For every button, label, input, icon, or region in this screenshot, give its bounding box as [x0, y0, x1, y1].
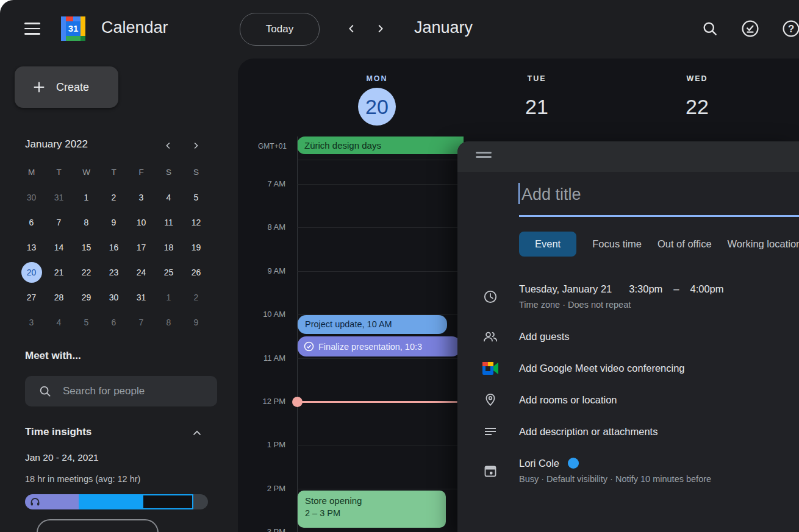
dialog-row[interactable]: Add guests [457, 321, 799, 352]
minical-day[interactable]: 7 [127, 310, 155, 335]
today-button[interactable]: Today [240, 13, 320, 46]
view-title: January [414, 18, 473, 37]
dialog-row[interactable]: Add Google Meet video conferencing [457, 352, 799, 384]
dialog-row[interactable]: Add rooms or location [457, 384, 799, 416]
minical-day[interactable]: 22 [73, 260, 100, 285]
minical-day[interactable]: 19 [182, 235, 210, 260]
check-circle-icon [740, 19, 760, 38]
event-time: 2 – 3 PM [305, 508, 446, 518]
event-creation-dialog: EventFocus timeOut of officeWorking loca… [457, 141, 799, 532]
hour-label: 7 AM [238, 179, 285, 190]
description-icon [482, 424, 498, 439]
tab-working-location[interactable]: Working location [728, 238, 799, 250]
tab-focus-time[interactable]: Focus time [592, 238, 642, 250]
minical-day[interactable]: 6 [18, 210, 45, 235]
minical-day[interactable]: 3 [18, 310, 45, 335]
dialog-row[interactable]: Tuesday, January 213:30pm–4:00pmTime zon… [457, 273, 799, 321]
dialog-drag-bar[interactable] [457, 141, 799, 172]
minical-day[interactable]: 23 [100, 260, 127, 285]
minical-day[interactable]: 12 [182, 210, 210, 235]
progress-segment [193, 494, 208, 509]
event-store-opening[interactable]: Store opening 2 – 3 PM [298, 491, 446, 528]
minical-day-header: M [18, 160, 45, 185]
tab-out-of-office[interactable]: Out of office [657, 238, 712, 250]
row-subtitle: Busy · Default visibility · Notify 10 mi… [519, 471, 711, 487]
start-time[interactable]: 3:30pm [629, 283, 662, 294]
event-detail-rows: Tuesday, January 213:30pm–4:00pmTime zon… [457, 273, 799, 495]
previous-period-button[interactable] [341, 18, 363, 40]
minical-day-header: T [100, 160, 127, 185]
minical-day[interactable]: 1 [73, 185, 100, 210]
title-input-underline [519, 215, 799, 217]
chevron-up-icon [190, 427, 204, 440]
time-insights-collapse-button[interactable] [189, 426, 205, 441]
event-finalize-presentation[interactable]: Finalize presentation, 10:3 [298, 336, 460, 356]
minical-day[interactable]: 5 [182, 185, 210, 210]
dialog-row[interactable]: Lori ColeBusy · Default visibility · Not… [457, 447, 799, 495]
row-subtitle: Time zone · Does not repeat [519, 297, 724, 313]
minical-day[interactable]: 16 [100, 235, 127, 260]
partial-pill-button[interactable] [37, 519, 159, 532]
people-search-box[interactable] [25, 376, 217, 406]
minical-day[interactable]: 4 [155, 185, 182, 210]
minical-day-header: W [73, 160, 100, 185]
minical-day[interactable]: 9 [100, 210, 127, 235]
minical-day[interactable]: 30 [100, 285, 127, 310]
minical-day[interactable]: 2 [100, 185, 127, 210]
minical-day[interactable]: 10 [127, 210, 155, 235]
drag-handle-icon[interactable] [476, 152, 492, 160]
minical-day[interactable]: 15 [73, 235, 100, 260]
minical-day[interactable]: 9 [182, 310, 210, 335]
minical-day[interactable]: 7 [45, 210, 73, 235]
minical-day[interactable]: 31 [127, 285, 155, 310]
minical-next-button[interactable] [188, 138, 203, 153]
people-search-input[interactable] [62, 385, 204, 398]
minical-day[interactable]: 6 [100, 310, 127, 335]
help-button[interactable]: ? [779, 16, 799, 41]
event-title-input[interactable] [520, 180, 785, 208]
minical-day[interactable]: 4 [45, 310, 73, 335]
main-menu-icon[interactable] [24, 23, 40, 35]
minical-day[interactable]: 27 [18, 285, 45, 310]
current-time-dot[interactable] [292, 397, 303, 407]
search-button[interactable] [698, 16, 722, 41]
minical-day[interactable]: 20 [18, 260, 45, 285]
clock-icon [482, 289, 498, 304]
minical-day[interactable]: 13 [18, 235, 45, 260]
minical-day[interactable]: 1 [155, 285, 182, 310]
minical-day[interactable]: 18 [155, 235, 182, 260]
minical-day[interactable]: 26 [182, 260, 210, 285]
tab-event[interactable]: Event [519, 232, 576, 257]
meet-with-title: Meet with... [25, 350, 81, 362]
minical-day[interactable]: 28 [45, 285, 73, 310]
calendar-color-dot[interactable] [568, 458, 579, 469]
row-title: Tuesday, January 21 [519, 283, 612, 294]
event-title: Store opening [305, 495, 446, 506]
minical-day[interactable]: 11 [155, 210, 182, 235]
minical-day[interactable]: 8 [73, 210, 100, 235]
dialog-row[interactable]: Add description or attachments [457, 416, 799, 447]
minical-day[interactable]: 31 [45, 185, 73, 210]
minical-day[interactable]: 25 [155, 260, 182, 285]
time-separator: – [673, 283, 679, 294]
minical-prev-button[interactable] [161, 138, 176, 153]
minical-day[interactable]: 8 [155, 310, 182, 335]
minical-day[interactable]: 24 [127, 260, 155, 285]
minical-day[interactable]: 17 [127, 235, 155, 260]
minical-day[interactable]: 2 [182, 285, 210, 310]
next-period-button[interactable] [369, 18, 391, 40]
minical-selected-day[interactable]: 20 [21, 262, 42, 283]
end-time[interactable]: 4:00pm [690, 283, 724, 294]
minical-day[interactable]: 14 [45, 235, 73, 260]
minical-day[interactable]: 21 [45, 260, 73, 285]
minical-day[interactable]: 30 [18, 185, 45, 210]
minical-day[interactable]: 3 [127, 185, 155, 210]
mini-calendar: MTWTFSS303112345678910111213141516171819… [18, 160, 210, 335]
minical-day[interactable]: 29 [73, 285, 100, 310]
create-button[interactable]: Create [15, 66, 118, 108]
chevron-left-icon [345, 22, 359, 35]
event-project-update[interactable]: Project update, 10 AM [298, 315, 447, 334]
minical-day[interactable]: 5 [73, 310, 100, 335]
support-button[interactable] [738, 16, 762, 41]
svg-text:?: ? [788, 23, 794, 35]
